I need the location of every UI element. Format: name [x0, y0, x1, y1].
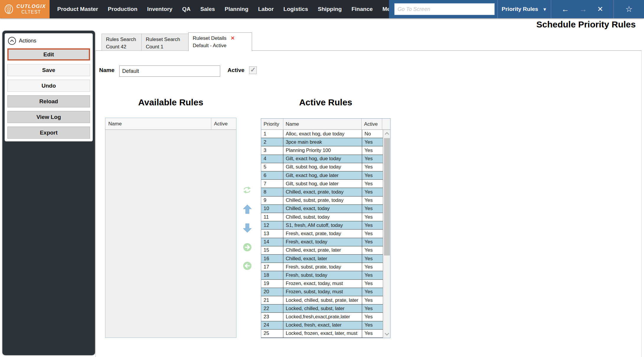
available-rules-header: Name Active — [105, 118, 236, 130]
column-header-name[interactable]: Name — [105, 118, 211, 130]
rule-name-cell: Alloc, exact hog, due today — [283, 130, 362, 138]
menu-item-planning[interactable]: Planning — [225, 6, 248, 12]
active-cell: Yes — [362, 246, 383, 255]
menu-item-sales[interactable]: Sales — [200, 6, 215, 12]
table-row[interactable]: 1Alloc, exact hog, due todayNo — [261, 130, 383, 138]
table-row[interactable]: 15Chilled, exact, prate, laterYes — [261, 246, 383, 255]
column-header-active[interactable]: Active — [362, 119, 382, 130]
undo-button[interactable]: Undo — [7, 80, 90, 92]
scrollbar-thumb[interactable] — [384, 138, 390, 256]
available-rules-heading: Available Rules — [105, 97, 236, 107]
table-row[interactable]: 17Fresh, subst, prate, todayYes — [261, 263, 383, 271]
priority-cell: 14 — [261, 238, 283, 246]
tab-rules-search[interactable]: Rules Search Count 42 — [102, 34, 142, 51]
rule-name-cell: Fresh, exact, prate, today — [283, 230, 362, 238]
reload-button[interactable]: Reload — [7, 95, 90, 107]
chevron-down-icon: ▼ — [542, 7, 547, 12]
move-down-icon[interactable] — [243, 223, 252, 234]
active-checkbox[interactable]: ✓ — [249, 66, 257, 74]
actions-title: Actions — [19, 38, 36, 44]
move-left-icon[interactable] — [243, 261, 252, 272]
vertical-scrollbar[interactable] — [383, 130, 390, 338]
rule-name-cell: Gilt, exact hog, due later — [283, 171, 362, 180]
rule-name-cell: Chilled, exact, today — [283, 205, 362, 213]
active-cell: Yes — [362, 196, 383, 205]
swap-refresh-icon[interactable] — [242, 186, 252, 195]
goto-screen-input[interactable] — [394, 3, 495, 15]
active-cell: Yes — [362, 321, 383, 330]
active-rules-header: Priority Name Active — [261, 119, 390, 130]
table-row[interactable]: 5Gilt, subst hog, due todayYes — [261, 163, 383, 171]
tab-title: Ruleset Details — [193, 35, 226, 42]
table-row[interactable]: 23Locked,fresh,exact,prate,laterYes — [261, 313, 383, 321]
export-button[interactable]: Export — [7, 127, 90, 139]
move-right-icon[interactable] — [243, 243, 252, 253]
move-up-icon[interactable] — [243, 204, 252, 215]
table-row[interactable]: 3Planning Priority 100Yes — [261, 146, 383, 155]
table-row[interactable]: 23pce main breakYes — [261, 138, 383, 146]
actions-panel: Actions EditSaveUndoReloadView LogExport — [4, 33, 93, 142]
table-row[interactable]: 6Gilt, exact hog, due laterYes — [261, 171, 383, 180]
ruleset-name-input[interactable] — [119, 65, 220, 77]
table-row[interactable]: 8Chilled, exact, prate, todayYes — [261, 188, 383, 196]
table-row[interactable]: 12S1, fresh, AM cutoff, todayYes — [261, 221, 383, 230]
menu-item-qa[interactable]: QA — [182, 6, 191, 12]
column-header-active[interactable]: Active — [211, 118, 236, 130]
table-row[interactable]: 4Gilt, exact hog, due todayYes — [261, 155, 383, 163]
table-row[interactable]: 16Chilled, exact, laterYes — [261, 255, 383, 263]
menu-item-production[interactable]: Production — [108, 6, 137, 12]
table-row[interactable]: 22Locked, chilled, subst, laterYes — [261, 304, 383, 313]
rule-name-cell: Locked, frozen, exact, later, must — [283, 330, 362, 338]
priority-cell: 24 — [261, 321, 283, 330]
tab-ruleset-search[interactable]: Ruleset Search Count 1 — [141, 34, 189, 51]
table-row[interactable]: 21Locked, chilled, subst, prate, laterYe… — [261, 296, 383, 304]
rule-name-cell: Frozen, exact, today, must — [283, 280, 362, 288]
rule-name-cell: Locked, chilled, subst, prate, later — [283, 296, 362, 304]
screen-selector-dropdown[interactable]: Priority Rules ▼ — [497, 0, 551, 18]
tab-ruleset-details[interactable]: Ruleset Details ✕ Default - Active — [188, 32, 252, 51]
menu-item-product-master[interactable]: Product Master — [57, 6, 98, 12]
table-row[interactable]: 19Frozen, exact, today, mustYes — [261, 280, 383, 288]
table-row[interactable]: 24Locked, fresh, exact, laterYes — [261, 321, 383, 330]
table-row[interactable]: 11Chilled, subst, todayYes — [261, 213, 383, 221]
scroll-up-icon[interactable] — [385, 132, 389, 136]
table-row[interactable]: 20Frozen, subst, today, mustYes — [261, 288, 383, 296]
active-cell: Yes — [362, 296, 383, 304]
table-row[interactable]: 25Locked, frozen, exact, later, mustYes — [261, 330, 383, 338]
close-screen-icon[interactable]: ✕ — [597, 6, 603, 13]
table-row[interactable]: 9Chilled, subst, prate, todayYes — [261, 196, 383, 205]
table-row[interactable]: 7Gilt, subst hog, due laterYes — [261, 180, 383, 188]
close-tab-icon[interactable]: ✕ — [231, 35, 235, 42]
edit-button[interactable]: Edit — [7, 48, 90, 60]
priority-cell: 2 — [261, 138, 283, 146]
active-cell: Yes — [362, 221, 383, 230]
save-button[interactable]: Save — [7, 64, 90, 76]
menu-item-labor[interactable]: Labor — [258, 6, 274, 12]
active-cell: Yes — [362, 171, 383, 180]
forward-arrow-icon[interactable]: → — [579, 5, 587, 13]
active-cell: Yes — [362, 180, 383, 188]
collapse-actions-icon[interactable] — [8, 37, 16, 45]
table-row[interactable]: 14Fresh, exact, todayYes — [261, 238, 383, 246]
active-cell: Yes — [362, 163, 383, 171]
menu-item-shipping[interactable]: Shipping — [318, 6, 342, 12]
back-arrow-icon[interactable]: ← — [561, 5, 569, 13]
menu-item-inventory[interactable]: Inventory — [147, 6, 173, 12]
active-cell: Yes — [362, 238, 383, 246]
column-header-priority[interactable]: Priority — [261, 119, 283, 130]
menu-item-logistics[interactable]: Logistics — [283, 6, 308, 12]
favorite-star-icon[interactable]: ☆ — [625, 5, 632, 13]
brand-logo[interactable]: CUTLOGIX CLTEST — [0, 0, 50, 18]
tab-title: Rules Search — [106, 36, 136, 43]
table-row[interactable]: 10Chilled, exact, todayYes — [261, 205, 383, 213]
table-row[interactable]: 18Fresh, subst, todayYes — [261, 271, 383, 279]
available-rules-body[interactable] — [105, 130, 236, 338]
view-log-button[interactable]: View Log — [7, 111, 90, 123]
scroll-down-icon[interactable] — [385, 331, 389, 335]
rule-name-cell: Locked,fresh,exact,prate,later — [283, 313, 362, 321]
column-header-name[interactable]: Name — [283, 119, 362, 130]
table-row[interactable]: 13Fresh, exact, prate, todayYes — [261, 230, 383, 238]
priority-cell: 17 — [261, 263, 283, 271]
menu-item-finance[interactable]: Finance — [352, 6, 373, 12]
priority-cell: 4 — [261, 155, 283, 163]
